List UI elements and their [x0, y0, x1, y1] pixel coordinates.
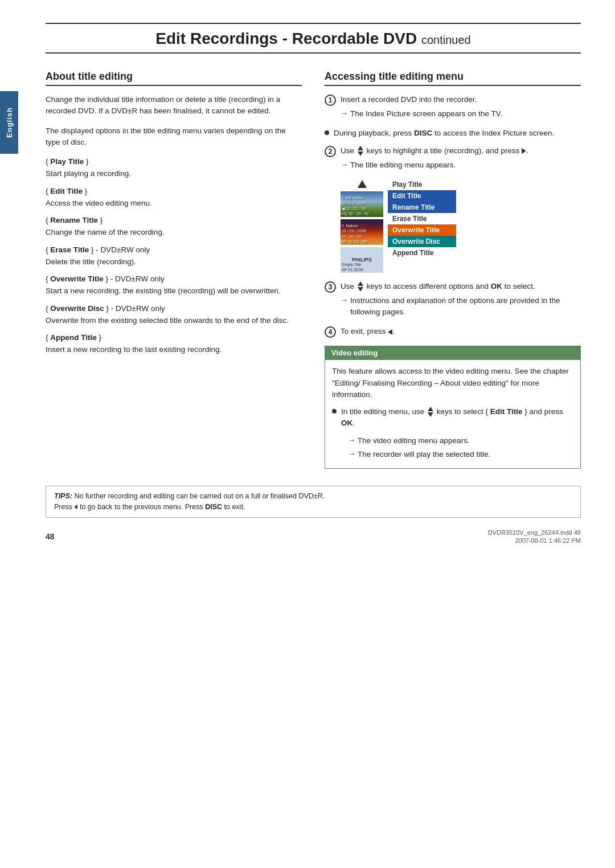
option-desc-play: Start playing a recording.: [46, 168, 302, 179]
bullet-playback: During playback, press DISC to access th…: [325, 128, 581, 139]
menu-rename-title: Rename Title: [388, 202, 456, 213]
step-3-text: Use keys to access different options and…: [341, 281, 581, 292]
step-1-arrow-text: The Index Picture screen appears on the …: [350, 108, 502, 120]
left-column: About title editing Change the individua…: [46, 71, 302, 469]
option-name-play: Play Title: [50, 157, 84, 166]
step-1-arrow: → The Index Picture screen appears on th…: [341, 108, 581, 120]
option-desc-rename: Change the name of the recording.: [46, 227, 302, 238]
page-footer: 48 DVDR3510V_eng_26244.indd 48 2007-08-0…: [46, 529, 581, 544]
nav-up-down-icon-video: [428, 407, 433, 417]
thumb-1-info: 1. My movie01 / 01 / 2006◀ 01 : 21 : 53H…: [342, 195, 368, 216]
step-1-block: 1 Insert a recorded DVD into the recorde…: [325, 94, 581, 120]
nav-up-down-icon-3: [358, 281, 363, 292]
video-editing-main-text: This feature allows access to the video …: [332, 366, 573, 400]
footer-date: 2007-08-01 1:46:22 PM: [515, 537, 581, 544]
page-title-text: Edit Recordings - Recordable DVD: [155, 30, 417, 47]
thumb-2-info: 2. Nature03 / 02 / 200600 : 30 : 00SP 01…: [342, 223, 367, 244]
video-editing-header: Video editing: [325, 346, 581, 360]
option-play-title: { Play Title } Start playing a recording…: [46, 156, 302, 180]
thumb-3: PHILIPS Empty TitleSP 01:30:50: [341, 247, 383, 273]
step-1-number: 1: [325, 95, 336, 106]
footer-file: DVDR3510V_eng_26244.indd 48: [488, 529, 581, 536]
step-2-block: 2 Use keys to highlight a title (recordi…: [325, 145, 581, 171]
tips-label: TIPS:: [54, 492, 72, 500]
tips-text: No further recording and editing can be …: [54, 492, 325, 511]
option-desc-erase: Delete the title (recording).: [46, 256, 302, 268]
option-overwrite-disc: { Overwrite Disc } - DVD±RW only Overwri…: [46, 303, 302, 327]
step-4-row: 4 To exit, press .: [325, 326, 581, 338]
video-editing-content: This feature allows access to the video …: [325, 360, 581, 469]
step-2-arrow-text: The title editing menu appears.: [350, 159, 456, 171]
nav-up-down-icon-2: [358, 146, 363, 156]
option-erase-title: { Erase Title } - DVD±RW only Delete the…: [46, 244, 302, 268]
video-editing-arrow2-text: The recorder will play the selected titl…: [358, 449, 490, 460]
arrow-icon-video2: →: [348, 449, 355, 458]
step-2-row: 2 Use keys to highlight a title (recordi…: [325, 145, 581, 157]
step-2-number: 2: [325, 146, 336, 157]
video-editing-arrow1-text: The video editing menu appears.: [358, 435, 470, 447]
left-para-text: The displayed options in the title editi…: [46, 125, 302, 149]
menu-overwrite-disc: Overwrite Disc: [388, 236, 456, 247]
option-name-rename: Rename Title: [50, 216, 98, 224]
option-name-append: Append Title: [50, 333, 97, 342]
option-desc-overwrite-disc: Overwrite from the existing selected tit…: [46, 315, 302, 326]
step-3-block: 3 Use keys to access different options a…: [325, 281, 581, 318]
page-number: 48: [46, 532, 55, 541]
step-1-row: 1 Insert a recorded DVD into the recorde…: [325, 94, 581, 106]
dvd-thumbnails: 1. My movie01 / 01 / 2006◀ 01 : 21 : 53H…: [341, 191, 383, 273]
step-2-text: Use keys to highlight a title (recording…: [341, 145, 581, 157]
arrow-icon-video1: →: [348, 436, 355, 444]
option-brace-close: }: [84, 157, 88, 166]
option-desc-append: Insert a new recording to the last exist…: [46, 344, 302, 355]
step-3-arrow: → Instructions and explanation of the op…: [341, 295, 581, 318]
menu-play-title: Play Title: [388, 179, 456, 190]
bullet-playback-text: During playback, press DISC to access th…: [334, 128, 554, 139]
step-1-text: Insert a recorded DVD into the recorder.: [341, 94, 581, 105]
bullet-dot-1: [325, 130, 329, 135]
step-3-row: 3 Use keys to access different options a…: [325, 281, 581, 293]
option-edit-title: { Edit Title } Access the video editing …: [46, 186, 302, 210]
page-title-continued: continued: [421, 34, 471, 46]
page-title: Edit Recordings - Recordable DVD continu…: [46, 23, 581, 54]
option-desc-edit: Access the video editing menu.: [46, 198, 302, 209]
arrow-icon-1: →: [341, 109, 348, 117]
menu-edit-title: Edit Title: [388, 190, 456, 202]
step-2-arrow: → The title editing menu appears.: [341, 159, 581, 171]
bullet-dot-video: [332, 409, 337, 413]
triangle-right-icon: [522, 148, 526, 154]
video-editing-bullet: In title editing menu, use keys to selec…: [332, 406, 573, 429]
step-3-arrow-text: Instructions and explanation of the opti…: [350, 295, 581, 318]
arrow-icon-2: →: [341, 160, 348, 169]
page-container: English Edit Recordings - Recordable DVD…: [0, 0, 615, 868]
left-intro-text: Change the individual title information …: [46, 94, 302, 117]
language-tab: English: [0, 91, 18, 154]
option-name-overwrite: Overwrite Title: [50, 275, 104, 283]
dvd-menu-mockup: 1. My movie01 / 01 / 2006◀ 01 : 21 : 53H…: [341, 179, 581, 273]
option-append-title: { Append Title } Insert a new recording …: [46, 332, 302, 356]
right-column: Accessing title editing menu 1 Insert a …: [325, 71, 581, 469]
video-editing-arrow2: → The recorder will play the selected ti…: [348, 449, 573, 460]
option-name-erase: Erase Title: [50, 245, 89, 254]
dvd-menu-options: Play Title Edit Title Rename Title Erase…: [388, 179, 456, 259]
option-name-edit: Edit Title: [50, 187, 83, 195]
step-4-block: 4 To exit, press .: [325, 326, 581, 338]
step-3-number: 3: [325, 281, 336, 293]
video-editing-bullet-text: In title editing menu, use keys to selec…: [341, 406, 573, 429]
option-overwrite-title: { Overwrite Title } - DVD±RW only Start …: [46, 273, 302, 297]
option-rename-title: { Rename Title } Change the name of the …: [46, 215, 302, 239]
language-label: English: [5, 107, 14, 138]
scroll-up-icon: [358, 180, 367, 188]
menu-append-title: Append Title: [388, 247, 456, 259]
step-4-text: To exit, press .: [341, 326, 581, 337]
thumb-1: 1. My movie01 / 01 / 2006◀ 01 : 21 : 53H…: [341, 191, 383, 217]
tips-box: TIPS: No further recording and editing c…: [46, 486, 581, 518]
thumb-3-info: Empty TitleSP 01:30:50: [342, 262, 363, 272]
menu-overwrite-title: Overwrite Title: [388, 224, 456, 236]
triangle-left-icon: [388, 329, 392, 335]
video-editing-box: Video editing This feature allows access…: [325, 346, 581, 469]
left-section-title: About title editing: [46, 71, 302, 86]
option-name-overwrite-disc: Overwrite Disc: [50, 304, 104, 313]
video-editing-arrow1: → The video editing menu appears.: [348, 435, 573, 447]
tips-triangle-left: [74, 505, 77, 509]
step-4-number: 4: [325, 326, 336, 338]
